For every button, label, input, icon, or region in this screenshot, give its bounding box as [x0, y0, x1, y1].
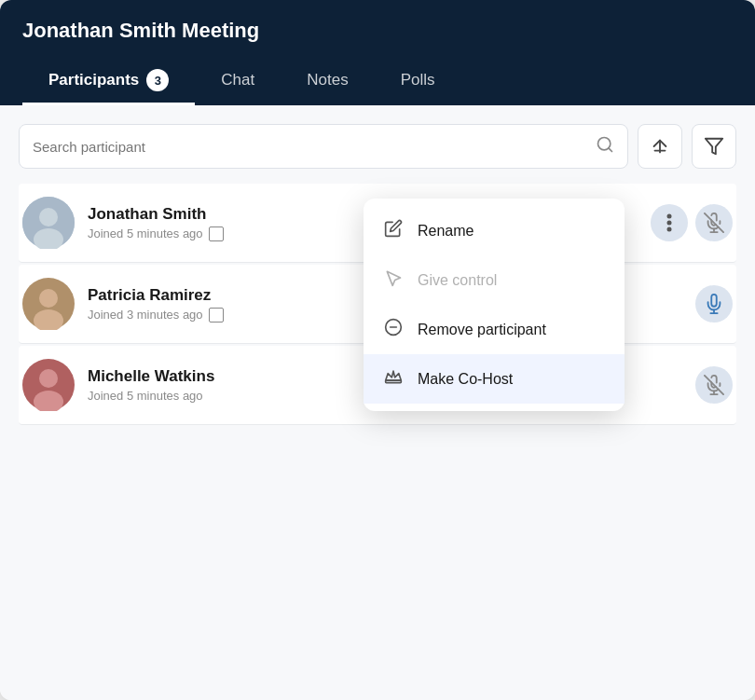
rename-label: Rename	[418, 223, 474, 240]
svg-point-15	[39, 289, 58, 308]
checkbox-patricia[interactable]	[209, 308, 224, 323]
svg-point-9	[667, 221, 672, 226]
tab-chat-label: Chat	[221, 71, 254, 89]
search-input[interactable]	[33, 139, 596, 155]
participant-actions-patricia	[695, 285, 733, 323]
mic-button-patricia[interactable]	[695, 285, 733, 323]
context-menu-give-control: Give control	[364, 255, 625, 305]
tab-polls-label: Polls	[401, 71, 435, 89]
context-menu-make-cohost[interactable]: Make Co-Host	[364, 354, 625, 404]
crown-icon	[382, 367, 405, 391]
tab-participants-label: Participants	[48, 71, 139, 89]
context-menu-rename[interactable]: Rename	[364, 206, 625, 255]
sort-button[interactable]	[638, 124, 682, 169]
search-row	[19, 124, 736, 169]
avatar-patricia	[22, 278, 75, 330]
tab-notes-label: Notes	[307, 71, 348, 89]
search-input-wrap	[19, 124, 628, 169]
make-cohost-label: Make Co-Host	[418, 371, 513, 388]
svg-point-8	[667, 214, 672, 219]
participants-badge: 3	[146, 69, 169, 91]
svg-marker-4	[706, 139, 722, 155]
cursor-icon	[382, 268, 405, 292]
app-container: Jonathan Smith Meeting Participants 3 Ch…	[0, 0, 755, 700]
checkbox-jonathan[interactable]	[209, 226, 224, 241]
svg-point-6	[39, 208, 58, 226]
participant-actions-michelle	[695, 366, 733, 404]
pencil-icon	[382, 219, 405, 242]
remove-participant-label: Remove participant	[418, 322, 546, 338]
filter-button[interactable]	[692, 124, 736, 169]
svg-point-20	[39, 369, 58, 388]
svg-point-10	[667, 227, 672, 232]
mic-button-jonathan[interactable]	[695, 204, 733, 241]
tab-polls[interactable]: Polls	[375, 58, 461, 105]
three-dots-button-jonathan[interactable]	[651, 204, 688, 241]
give-control-label: Give control	[418, 272, 497, 289]
participant-actions-jonathan	[651, 204, 733, 241]
tab-bar: Participants 3 Chat Notes Polls	[22, 58, 733, 105]
header: Jonathan Smith Meeting Participants 3 Ch…	[0, 0, 755, 105]
context-menu-remove[interactable]: Remove participant	[364, 305, 625, 354]
svg-rect-27	[386, 380, 402, 383]
meeting-title: Jonathan Smith Meeting	[22, 19, 733, 43]
svg-line-1	[609, 147, 612, 151]
body: Jonathan Smith Joined 5 minutes ago	[0, 105, 755, 700]
tab-chat[interactable]: Chat	[195, 58, 281, 105]
avatar-michelle	[22, 359, 75, 411]
search-icon	[596, 135, 614, 158]
context-menu: Rename Give control Rem	[364, 199, 625, 411]
mic-button-michelle[interactable]	[695, 366, 733, 404]
avatar-jonathan	[22, 197, 75, 249]
tab-participants[interactable]: Participants 3	[22, 58, 195, 105]
minus-circle-icon	[382, 318, 405, 341]
tab-notes[interactable]: Notes	[281, 58, 374, 105]
